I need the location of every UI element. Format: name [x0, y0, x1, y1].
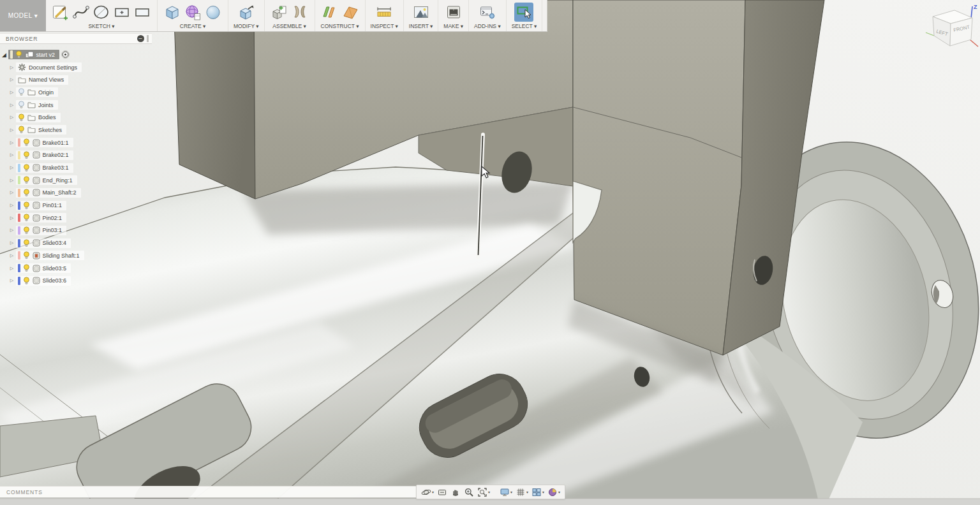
visibility-bulb-icon[interactable]: [18, 88, 25, 96]
expand-arrow-icon[interactable]: ▷: [8, 152, 16, 157]
tree-row-sketches[interactable]: ▷Sketches: [0, 124, 152, 136]
tree-row-pin03-1[interactable]: ▷Pin03:1: [0, 224, 152, 237]
expand-arrow-icon[interactable]: ▷: [8, 140, 16, 145]
tree-row-brake01-1[interactable]: ▷Brake01:1: [0, 136, 152, 149]
joint-icon[interactable]: [290, 3, 309, 22]
visual-style-button[interactable]: ▾: [546, 486, 561, 499]
visibility-bulb-icon[interactable]: [23, 189, 30, 197]
expand-arrow-icon[interactable]: ◢: [0, 52, 8, 58]
expand-arrow-icon[interactable]: ▷: [8, 216, 16, 221]
expand-arrow-icon[interactable]: ▷: [8, 115, 16, 120]
visibility-bulb-icon[interactable]: [23, 226, 30, 235]
tree-item-label[interactable]: Pin02:1: [43, 215, 63, 221]
expand-arrow-icon[interactable]: ▷: [8, 90, 16, 95]
tree-item-label[interactable]: Main_Shaft:2: [43, 189, 77, 196]
rectangle-icon[interactable]: [133, 3, 152, 22]
box-icon[interactable]: [163, 3, 182, 22]
create-sketch-icon[interactable]: [51, 3, 70, 22]
browser-collapse-icon[interactable]: –: [137, 35, 144, 42]
browser-resize-handle[interactable]: [147, 35, 149, 42]
dropdown-caret-icon[interactable]: ▾: [542, 490, 544, 494]
measure-icon[interactable]: [375, 3, 394, 22]
tree-item-label[interactable]: Pin03:1: [43, 227, 63, 233]
tree-item-label[interactable]: Slide03:5: [43, 265, 67, 272]
tree-item-label[interactable]: start v2: [36, 52, 56, 58]
rectangle-center-point-icon[interactable]: [112, 3, 131, 22]
3d-print-icon[interactable]: [444, 3, 463, 22]
dropdown-caret-icon[interactable]: ▾: [526, 490, 528, 494]
tree-item-label[interactable]: Brake03:1: [43, 165, 69, 171]
visibility-bulb-icon[interactable]: [23, 176, 30, 184]
tree-row-document-settings[interactable]: ▷Document Settings: [0, 61, 152, 74]
tree-row-joints[interactable]: ▷Joints: [0, 99, 152, 112]
tree-row-brake03-1[interactable]: ▷Brake03:1: [0, 161, 152, 174]
toolbar-group-label[interactable]: INSPECT ▾: [371, 22, 398, 30]
dropdown-caret-icon[interactable]: ▾: [432, 490, 434, 494]
expand-arrow-icon[interactable]: ▷: [8, 77, 16, 82]
new-component-icon[interactable]: [270, 3, 289, 22]
expand-arrow-icon[interactable]: ▷: [8, 128, 16, 133]
tree-row-slide03-4[interactable]: ▷Slide03:4: [0, 237, 152, 249]
visibility-bulb-icon[interactable]: [23, 264, 30, 272]
tree-item-label[interactable]: Brake01:1: [43, 140, 69, 146]
visibility-bulb-icon[interactable]: [23, 214, 30, 222]
look-at-button[interactable]: [436, 486, 449, 499]
tree-row-brake02-1[interactable]: ▷Brake02:1: [0, 149, 152, 162]
comments-panel[interactable]: COMMENTS +: [0, 486, 431, 498]
offset-plane-icon[interactable]: [341, 3, 360, 22]
visibility-bulb-icon[interactable]: [23, 239, 30, 247]
circle-sketch-icon[interactable]: [92, 3, 111, 22]
view-cube[interactable]: LEFT FRONT Z: [924, 4, 980, 68]
form-icon[interactable]: [183, 3, 202, 22]
tree-row-end-ring-1[interactable]: ▷End_Ring:1: [0, 174, 152, 187]
expand-arrow-icon[interactable]: ▷: [8, 228, 16, 233]
dropdown-caret-icon[interactable]: ▾: [510, 490, 512, 494]
visibility-bulb-icon[interactable]: [23, 251, 30, 260]
insert-image-icon[interactable]: [412, 3, 431, 22]
tree-item-label[interactable]: End_Ring:1: [43, 177, 73, 184]
orbit-button[interactable]: ▾: [420, 486, 435, 499]
expand-arrow-icon[interactable]: ▷: [8, 103, 16, 108]
tree-row-pin01-1[interactable]: ▷Pin01:1: [0, 199, 152, 212]
visibility-bulb-icon[interactable]: [23, 164, 30, 172]
toolbar-group-label[interactable]: ASSEMBLE ▾: [272, 22, 306, 30]
visibility-bulb-icon[interactable]: [23, 277, 30, 285]
tree-row-bodies[interactable]: ▷Bodies: [0, 111, 152, 124]
browser-header[interactable]: BROWSER –: [0, 33, 152, 44]
tree-row-pin02-1[interactable]: ▷Pin02:1: [0, 212, 152, 224]
tree-item-label[interactable]: Origin: [38, 89, 54, 96]
expand-arrow-icon[interactable]: ▷: [8, 278, 16, 283]
tree-item-label[interactable]: Sketches: [38, 127, 62, 133]
tree-item-label[interactable]: Named Views: [29, 77, 64, 83]
pan-button[interactable]: [449, 486, 462, 499]
dropdown-caret-icon[interactable]: ▾: [558, 490, 560, 494]
tree-item-label[interactable]: Slide03:6: [43, 277, 67, 284]
viewports-button[interactable]: ▾: [530, 486, 546, 499]
visibility-bulb-icon[interactable]: [23, 138, 30, 147]
scripts-addins-icon[interactable]: [478, 3, 497, 22]
visibility-bulb-icon[interactable]: [23, 201, 30, 210]
tree-item-label[interactable]: Document Settings: [29, 64, 77, 71]
visibility-bulb-icon[interactable]: [23, 151, 30, 159]
visibility-bulb-icon[interactable]: [18, 126, 25, 134]
tree-row-origin[interactable]: ▷Origin: [0, 86, 152, 99]
tree-row-main-shaft-2[interactable]: ▷Main_Shaft:2: [0, 187, 152, 200]
tree-row-start-v2[interactable]: ◢start v2: [0, 48, 152, 61]
expand-arrow-icon[interactable]: ▷: [8, 178, 16, 183]
visibility-bulb-icon[interactable]: [15, 50, 22, 59]
toolbar-group-label[interactable]: SKETCH ▾: [88, 22, 114, 30]
tree-item-label[interactable]: Bodies: [38, 114, 56, 121]
tree-item-label[interactable]: Sliding Shaft:1: [43, 252, 80, 259]
tree-row-slide03-5[interactable]: ▷Slide03:5: [0, 262, 152, 275]
toolbar-group-label[interactable]: SELECT ▾: [512, 22, 537, 30]
toolbar-group-label[interactable]: ADD-INS ▾: [474, 22, 501, 30]
tree-item-label[interactable]: Slide03:4: [43, 240, 67, 246]
workspace-switcher[interactable]: MODEL ▾: [0, 0, 46, 31]
toolbar-group-label[interactable]: INSERT ▾: [409, 22, 433, 30]
toolbar-group-label[interactable]: CONSTRUCT ▾: [321, 22, 359, 30]
midplane-icon[interactable]: [320, 3, 339, 22]
expand-arrow-icon[interactable]: ▷: [8, 203, 16, 208]
fit-button[interactable]: ▾: [476, 486, 491, 499]
expand-arrow-icon[interactable]: ▷: [8, 165, 16, 170]
tree-row-slide03-6[interactable]: ▷Slide03:6: [0, 274, 152, 287]
